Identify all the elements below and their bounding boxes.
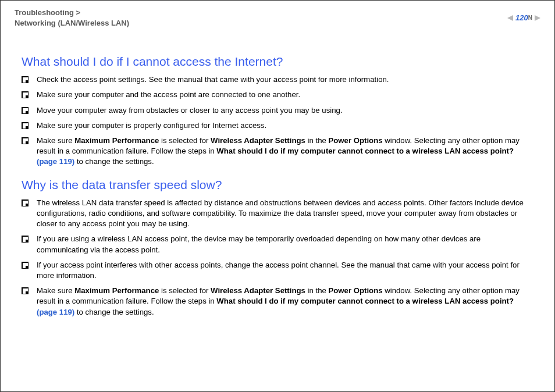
bullet-icon <box>22 107 29 114</box>
bullet-icon <box>22 199 29 206</box>
bullet-icon <box>22 262 29 269</box>
list-item: Make sure your computer and the access p… <box>22 90 533 100</box>
page-content: What should I do if I cannot access the … <box>1 28 554 318</box>
bullet-icon <box>22 122 29 129</box>
list-item: If your access point interferes with oth… <box>22 260 533 281</box>
page-link[interactable]: (page 119) <box>37 308 74 316</box>
section-1-list: Check the access point settings. See the… <box>22 74 533 168</box>
list-item: Check the access point settings. See the… <box>22 74 533 85</box>
next-page-icon[interactable] <box>535 15 540 21</box>
section-heading-1: What should I do if I cannot access the … <box>22 55 533 69</box>
item-text: Check the access point settings. See the… <box>37 74 389 85</box>
item-text: Move your computer away from obstacles o… <box>37 105 343 116</box>
item-text: Make sure Maximum Performance is selecte… <box>37 136 533 168</box>
bullet-icon <box>22 236 29 243</box>
bullet-icon <box>22 137 29 144</box>
section-2-list: The wireless LAN data transfer speed is … <box>22 198 533 318</box>
item-text: If you are using a wireless LAN access p… <box>37 234 533 255</box>
list-item: Move your computer away from obstacles o… <box>22 105 533 116</box>
item-text: Make sure your computer is properly conf… <box>37 120 266 131</box>
list-item: If you are using a wireless LAN access p… <box>22 234 533 255</box>
nav-letter: N <box>528 15 532 21</box>
item-text: The wireless LAN data transfer speed is … <box>37 198 533 230</box>
page-number: 120 <box>515 13 528 22</box>
list-item: Make sure Maximum Performance is selecte… <box>22 136 533 168</box>
item-text: Make sure your computer and the access p… <box>37 90 300 100</box>
breadcrumb: Troubleshooting > Networking (LAN/Wirele… <box>15 8 129 28</box>
bullet-icon <box>22 287 29 294</box>
breadcrumb-line2: Networking (LAN/Wireless LAN) <box>15 19 129 27</box>
breadcrumb-line1: Troubleshooting > <box>15 8 80 17</box>
bullet-icon <box>22 76 29 83</box>
list-item: Make sure your computer is properly conf… <box>22 120 533 131</box>
prev-page-icon[interactable] <box>507 15 513 21</box>
bullet-icon <box>22 91 29 98</box>
list-item: The wireless LAN data transfer speed is … <box>22 198 533 230</box>
page-number-nav: 120 N <box>507 13 540 22</box>
item-text: Make sure Maximum Performance is selecte… <box>37 286 533 318</box>
item-text: If your access point interferes with oth… <box>37 260 533 281</box>
section-heading-2: Why is the data transfer speed slow? <box>22 178 533 192</box>
list-item: Make sure Maximum Performance is selecte… <box>22 286 533 318</box>
page-link[interactable]: (page 119) <box>37 157 74 166</box>
page-header: Troubleshooting > Networking (LAN/Wirele… <box>1 1 554 28</box>
